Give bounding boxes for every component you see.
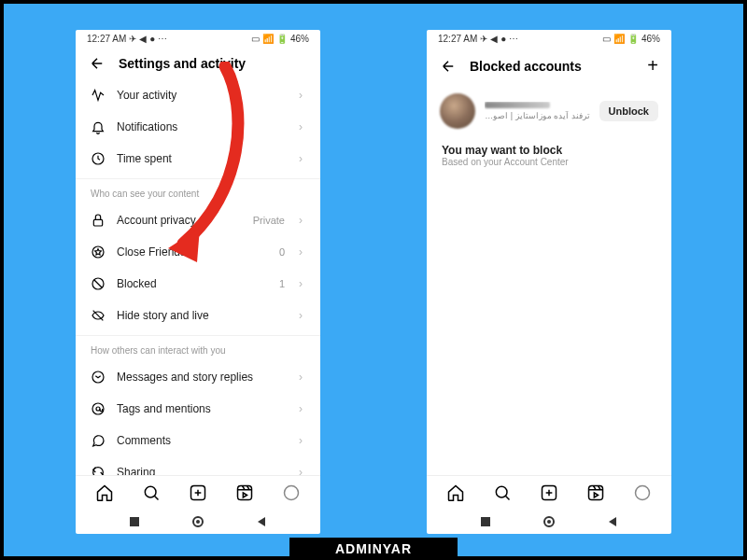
user-name-blurred [485, 102, 550, 108]
sim-icon: ▭ [251, 34, 260, 44]
row-label: Close Friends [117, 245, 268, 259]
at-icon [91, 401, 106, 416]
chevron-right-icon: › [296, 371, 305, 384]
create-icon[interactable] [540, 483, 558, 502]
settings-scroll[interactable]: Your activity › Notifications › Time spe… [76, 79, 320, 475]
section-privacy-header: Who can see your content [76, 178, 320, 204]
more-icon: ⋯ [158, 34, 167, 44]
row-label: Sharing [117, 466, 285, 475]
android-home-icon[interactable] [543, 515, 556, 528]
block-icon [91, 276, 106, 291]
svg-rect-11 [238, 486, 252, 500]
back-icon[interactable] [89, 55, 106, 72]
row-value: 0 [279, 246, 285, 258]
svg-rect-20 [481, 517, 490, 526]
row-tags[interactable]: Tags and mentions › [76, 393, 320, 425]
dot-icon: ● [500, 34, 506, 44]
user-info: ترفند آیده موزاستایز | اصوریا روبی... [485, 102, 590, 120]
unblock-button[interactable]: Unblock [599, 101, 658, 121]
android-recent-icon[interactable] [480, 516, 491, 527]
blocked-header: Blocked accounts + [427, 48, 671, 84]
more-icon: ⋯ [509, 34, 518, 44]
row-value: 1 [279, 278, 285, 289]
svg-point-15 [196, 520, 200, 524]
row-time-spent[interactable]: Time spent › [76, 143, 320, 175]
row-sharing[interactable]: Sharing › [76, 456, 320, 475]
row-label: Hide story and live [117, 309, 285, 322]
send-icon: ◀ [139, 34, 147, 44]
android-nav [76, 510, 320, 534]
row-close-friends[interactable]: Close Friends 0 › [76, 236, 320, 268]
android-back-icon[interactable] [256, 516, 267, 527]
svg-point-12 [285, 486, 299, 500]
home-icon[interactable] [95, 483, 114, 502]
chevron-right-icon: › [296, 89, 305, 102]
blocked-user-row[interactable]: ترفند آیده موزاستایز | اصوریا روبی... Un… [427, 84, 671, 138]
android-home-icon[interactable] [191, 515, 204, 528]
search-icon[interactable] [142, 483, 161, 502]
lock-icon [91, 213, 106, 228]
android-back-icon[interactable] [607, 516, 618, 527]
svg-rect-1 [93, 219, 102, 226]
row-account-privacy[interactable]: Account privacy Private › [76, 204, 320, 236]
row-blocked[interactable]: Blocked 1 › [76, 268, 320, 300]
user-subtitle: ترفند آیده موزاستایز | اصوریا روبی... [485, 111, 590, 120]
svg-rect-18 [589, 486, 603, 500]
chevron-right-icon: › [296, 245, 305, 259]
row-hide-story[interactable]: Hide story and live › [76, 300, 320, 331]
right-phone: 12:27 AM ✈ ◀ ● ⋯ ▭ 📶 🔋 46% Blocked accou… [427, 30, 671, 534]
add-icon[interactable]: + [647, 55, 658, 77]
row-comments[interactable]: Comments › [76, 425, 320, 456]
status-time: 12:27 AM [87, 34, 126, 44]
signal-icon: 📶 [613, 34, 625, 44]
section-interact-header: How others can interact with you [76, 335, 320, 361]
avatar [440, 93, 475, 129]
telegram-icon: ✈ [480, 34, 487, 44]
search-icon[interactable] [493, 483, 512, 502]
left-phone: 12:27 AM ✈ ◀ ● ⋯ ▭ 📶 🔋 46% Settings and … [76, 30, 320, 534]
suggest-title: You may want to block [427, 138, 671, 157]
row-label: Notifications [117, 120, 285, 133]
row-notifications[interactable]: Notifications › [76, 111, 320, 143]
profile-icon[interactable] [282, 483, 301, 502]
profile-icon[interactable] [633, 483, 652, 502]
chevron-right-icon: › [296, 309, 305, 322]
activity-icon [91, 88, 106, 103]
chevron-right-icon: › [296, 402, 305, 415]
chevron-right-icon: › [296, 466, 305, 475]
reels-icon[interactable] [235, 483, 254, 502]
hide-icon [91, 308, 106, 323]
android-nav [427, 510, 671, 534]
svg-rect-13 [130, 517, 139, 526]
dot-icon: ● [149, 34, 155, 44]
svg-point-16 [496, 486, 507, 497]
row-label: Time spent [117, 152, 285, 165]
status-bar: 12:27 AM ✈ ◀ ● ⋯ ▭ 📶 🔋 46% [76, 30, 320, 48]
bottom-nav [76, 475, 320, 510]
row-messages[interactable]: Messages and story replies › [76, 361, 320, 393]
blocked-scroll[interactable]: ترفند آیده موزاستایز | اصوریا روبی... Un… [427, 84, 671, 475]
status-time: 12:27 AM [438, 34, 477, 44]
row-label: Comments [117, 434, 285, 447]
telegram-icon: ✈ [129, 34, 136, 44]
bottom-nav [427, 475, 671, 510]
create-icon[interactable] [189, 483, 207, 502]
chevron-right-icon: › [296, 277, 305, 290]
battery-pct: 46% [290, 34, 309, 44]
row-your-activity[interactable]: Your activity › [76, 79, 320, 111]
back-icon[interactable] [440, 58, 457, 75]
signal-icon: 📶 [262, 34, 274, 44]
send-icon: ◀ [490, 34, 498, 44]
row-label: Messages and story replies [117, 371, 285, 384]
settings-header: Settings and activity [76, 48, 320, 79]
battery-pct: 46% [641, 34, 660, 44]
row-label: Account privacy [117, 214, 242, 227]
chevron-right-icon: › [296, 152, 305, 165]
reels-icon[interactable] [586, 483, 605, 502]
home-icon[interactable] [446, 483, 465, 502]
sim-icon: ▭ [602, 34, 611, 44]
share-icon [91, 465, 106, 475]
svg-point-22 [547, 520, 551, 524]
android-recent-icon[interactable] [129, 516, 140, 527]
chevron-right-icon: › [296, 120, 305, 133]
